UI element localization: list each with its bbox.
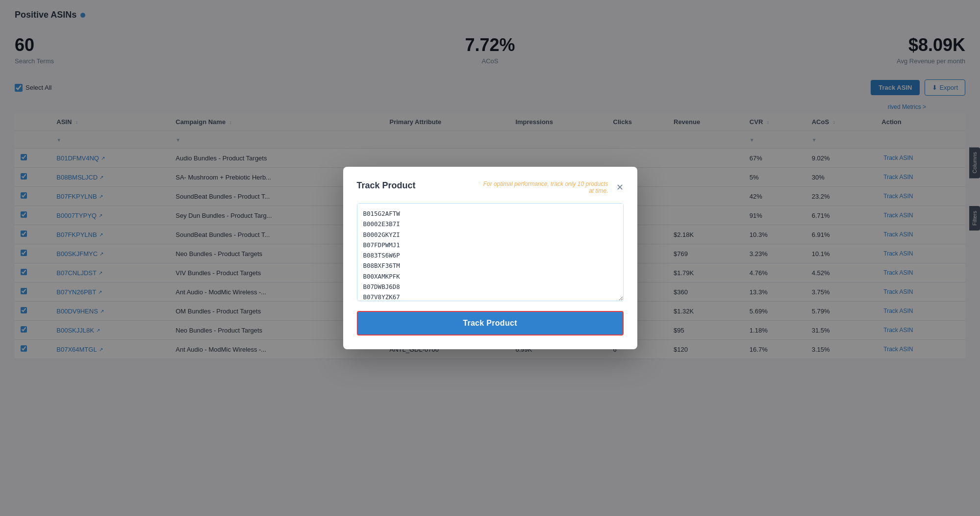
modal-close-button[interactable]: ✕ — [616, 183, 624, 192]
modal-header-right: For optimal performance, track only 10 p… — [481, 181, 624, 194]
asin-textarea[interactable] — [357, 203, 624, 301]
track-product-button[interactable]: Track Product — [357, 311, 624, 335]
modal-header: Track Product For optimal performance, t… — [357, 181, 624, 194]
modal-overlay: Track Product For optimal performance, t… — [0, 0, 980, 516]
modal-title: Track Product — [357, 181, 416, 191]
track-product-modal: Track Product For optimal performance, t… — [343, 167, 637, 349]
performance-note: For optimal performance, track only 10 p… — [481, 181, 608, 194]
